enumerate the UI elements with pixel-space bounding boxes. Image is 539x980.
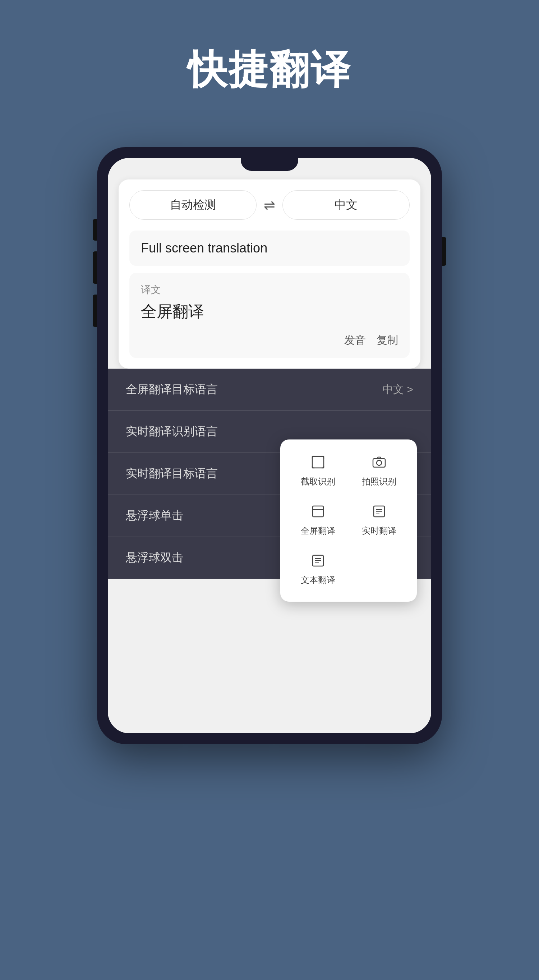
quick-item-text-label: 文本翻译 xyxy=(301,574,335,586)
quick-item-realtime-label: 实时翻译 xyxy=(362,525,396,536)
page-title: 快捷翻译 xyxy=(187,43,352,97)
result-text: 全屏翻译 xyxy=(141,301,398,322)
fullscreen-icon xyxy=(311,504,325,522)
volume-up-button xyxy=(93,251,97,284)
source-language-button[interactable]: 自动检测 xyxy=(129,190,257,220)
settings-item-fullscreen-lang-label: 全屏翻译目标语言 xyxy=(126,382,218,398)
screenshot-icon xyxy=(311,455,325,472)
result-label: 译文 xyxy=(141,283,398,297)
result-actions: 发音 复制 xyxy=(141,333,398,348)
quick-item-fullscreen[interactable]: 全屏翻译 xyxy=(291,500,345,542)
language-selector-row: 自动检测 ⇌ 中文 xyxy=(129,190,410,220)
target-language-button[interactable]: 中文 xyxy=(282,190,410,220)
settings-item-realtime-target-label: 实时翻译目标语言 xyxy=(126,466,218,482)
screen-content: 自动检测 ⇌ 中文 Full screen translation 译文 全屏翻… xyxy=(108,158,431,733)
settings-item-float-double-label: 悬浮球双击 xyxy=(126,550,183,566)
copy-button[interactable]: 复制 xyxy=(377,333,398,348)
quick-item-camera[interactable]: 拍照识别 xyxy=(352,450,406,492)
settings-item-realtime-source-label: 实时翻译识别语言 xyxy=(126,424,218,439)
camera-notch xyxy=(241,158,298,171)
quick-action-popup: 截取识别 拍照识别 xyxy=(280,439,417,602)
quick-item-realtime[interactable]: 实时翻译 xyxy=(352,500,406,542)
text-icon xyxy=(311,554,325,571)
svg-rect-0 xyxy=(312,457,324,468)
phone-screen: 自动检测 ⇌ 中文 Full screen translation 译文 全屏翻… xyxy=(108,158,431,733)
quick-item-text[interactable]: 文本翻译 xyxy=(291,549,345,591)
mute-button xyxy=(93,219,97,240)
quick-popup-grid: 截取识别 拍照识别 xyxy=(291,450,406,591)
settings-area: 全屏翻译目标语言 中文 > 实时翻译识别语言 xyxy=(108,369,431,579)
realtime-icon xyxy=(372,504,386,522)
svg-rect-11 xyxy=(312,506,323,517)
settings-item-float-single-label: 悬浮球单击 xyxy=(126,508,183,523)
volume-down-button xyxy=(93,294,97,327)
quick-item-screenshot[interactable]: 截取识别 xyxy=(291,450,345,492)
camera-icon xyxy=(372,455,386,472)
power-button xyxy=(442,237,446,266)
quick-item-camera-label: 拍照识别 xyxy=(362,476,396,487)
quick-item-fullscreen-label: 全屏翻译 xyxy=(301,525,335,536)
translation-card: 自动检测 ⇌ 中文 Full screen translation 译文 全屏翻… xyxy=(119,180,420,369)
svg-point-10 xyxy=(377,460,382,465)
pronounce-button[interactable]: 发音 xyxy=(344,333,366,348)
svg-rect-9 xyxy=(373,458,385,467)
result-box: 译文 全屏翻译 发音 复制 xyxy=(129,273,410,358)
input-text-content: Full screen translation xyxy=(141,240,398,256)
input-text-box[interactable]: Full screen translation xyxy=(129,231,410,266)
settings-item-fullscreen-lang-value: 中文 > xyxy=(382,382,413,397)
settings-item-fullscreen-lang[interactable]: 全屏翻译目标语言 中文 > xyxy=(108,369,431,411)
quick-item-screenshot-label: 截取识别 xyxy=(301,476,335,487)
phone-mockup: 自动检测 ⇌ 中文 Full screen translation 译文 全屏翻… xyxy=(97,147,442,744)
swap-languages-icon[interactable]: ⇌ xyxy=(264,197,275,213)
